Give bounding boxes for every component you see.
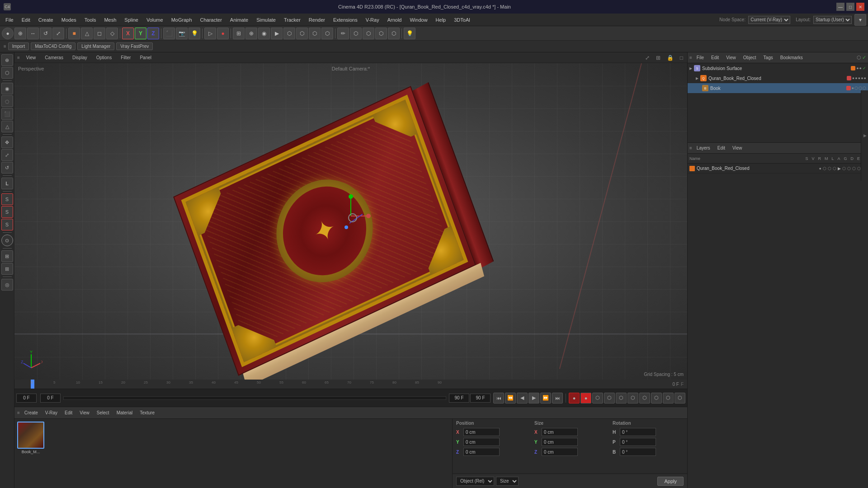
toolbar-rotate-btn[interactable]: ↺ [40,28,52,39]
toolbar-scale-btn[interactable]: ⤢ [52,28,64,39]
go-to-start-btn[interactable]: ⏮ [493,393,504,404]
obj-icon-vis6[interactable]: ● [861,76,863,80]
play-btn[interactable]: ▶ [528,393,539,404]
keyframe-btn[interactable]: ⬡ [592,393,603,404]
prop-input-rot-h[interactable] [620,428,656,436]
prop-input-rot-b[interactable] [620,448,656,456]
menu-spline[interactable]: Spline [121,16,142,24]
sidebar-grid2[interactable]: ⊞ [1,263,13,275]
menu-vray[interactable]: V-Ray [362,16,383,24]
motion3-btn[interactable]: ⬡ [639,393,650,404]
maximize-button[interactable]: □ [846,3,854,11]
prev-frame-btn[interactable]: ⏪ [505,393,516,404]
toolbar-snap[interactable]: ⊕ [245,28,257,39]
sidebar-paint-select[interactable]: ◉ [1,83,13,94]
sidebar-poly-select[interactable]: △ [1,121,13,132]
toolbar-sculpt[interactable]: ⬡ [350,28,362,39]
obj-menu-file[interactable]: File [694,54,707,61]
toolbar-render-active[interactable]: ⬡ [321,28,333,39]
vp-icon-lock[interactable]: 🔒 [667,55,674,61]
timeline-track[interactable] [63,396,446,400]
toolbar-material[interactable]: ◉ [258,28,270,39]
menu-character[interactable]: Character [197,16,226,24]
vray-fastprev-button[interactable]: Vray FastPrev [116,42,153,50]
toolbar-point-mode[interactable]: ◇ [106,28,118,39]
obj-row-quran-book[interactable]: ▶ Q Quran_Book_Red_Closed ● ● ● ● ● [688,73,868,83]
obj-icon-1[interactable]: ⬡ [857,55,861,61]
next-frame-btn[interactable]: ⏩ [540,393,551,404]
menu-help[interactable]: Help [432,16,450,24]
motion4-btn[interactable]: ⬡ [651,393,662,404]
menu-extensions[interactable]: Extensions [330,16,361,24]
obj-row-subdivision[interactable]: ▶ S Subdivision Surface ● ● ✓ [688,63,868,73]
toolbar-z-axis[interactable]: Z [147,28,159,39]
motion-btn[interactable]: ⬡ [604,393,615,404]
toolbar-x-axis[interactable]: X [122,28,134,39]
obj-menu-object[interactable]: Object [741,54,759,61]
menu-create[interactable]: Create [35,16,57,24]
obj-menu-bookmarks[interactable]: Bookmarks [778,54,806,61]
vp-menu-view[interactable]: View [24,54,39,61]
layer-ctrl-2[interactable]: ⬡ [823,166,826,171]
vp-menu-filter[interactable]: Filter [118,54,133,61]
mat-menu-view[interactable]: View [77,409,92,416]
props-dropdown2[interactable]: Size [496,477,519,486]
menu-modes[interactable]: Modes [58,16,80,24]
sidebar-s2[interactable]: S [1,206,13,218]
vp-menu-display[interactable]: Display [70,54,90,61]
layer-menu-edit[interactable]: Edit [715,145,728,151]
sidebar-grid[interactable]: ⊞ [1,250,13,262]
prop-input-pos-y[interactable] [463,438,500,446]
obj-icon-vis3[interactable]: ● [852,76,854,80]
sidebar-s3[interactable]: S [1,219,13,230]
mat-menu-vray[interactable]: V-Ray [42,409,60,416]
mat-menu-select[interactable]: Select [94,409,112,416]
layout-select[interactable]: Startup (User) [813,16,852,24]
toolbar-mode-btn[interactable]: ● [2,28,14,39]
layer-ctrl-3[interactable]: ⬡ [828,166,831,171]
menu-3dtoal[interactable]: 3DToAl [450,16,473,24]
sidebar-select-polygon[interactable]: ⬡ [1,67,13,79]
material-thumb-book[interactable] [17,422,44,449]
obj-icon-vis2[interactable]: ● [859,66,862,70]
obj-icon-vis10[interactable]: ⬡ [859,86,862,90]
prop-input-pos-x[interactable] [463,428,500,436]
prop-input-pos-z[interactable] [463,448,500,456]
vp-menu-cameras[interactable]: Cameras [42,54,66,61]
layer-menu-view[interactable]: View [730,145,745,151]
layer-ctrl-6[interactable]: ⬡ [847,166,851,171]
sidebar-s1[interactable]: S [1,193,13,205]
mat-menu-material[interactable]: Material [114,409,136,416]
sidebar-lasso[interactable]: ◌ [1,95,13,107]
layer-row-quran[interactable]: Quran_Book_Red_Closed ● ⬡ ⬡ ⬡ ▶ ⬡ ⬡ ⬡ ⬡ … [688,164,868,174]
menu-render[interactable]: Render [305,16,329,24]
obj-icon-vis9[interactable]: ⬡ [854,86,858,90]
motion2-btn[interactable]: ⬡ [627,393,638,404]
import-button[interactable]: Import [8,42,29,50]
record-btn[interactable]: ● [569,393,580,404]
obj-icon-vis11[interactable]: ⬡ [863,86,866,90]
layer-ctrl-8[interactable]: ⬡ [857,166,861,171]
sidebar-rotate[interactable]: ↺ [1,162,13,174]
toolbar-paint[interactable]: ✏ [337,28,349,39]
prev-key-btn[interactable]: ⬡ [663,393,674,404]
layer-ctrl-4[interactable]: ⬡ [833,166,836,171]
node-space-select[interactable]: Current (V-Ray) [748,16,790,24]
sidebar-rect-select[interactable]: ⬛ [1,108,13,120]
vp-icon-split[interactable]: ⊞ [656,55,660,61]
obj-dot-orange[interactable] [851,66,855,70]
obj-icon-vis8[interactable]: ● [852,86,854,90]
toolbar-character[interactable]: ⬡ [363,28,374,39]
toolbar-cube[interactable]: ⬛ [163,28,175,39]
vp-icon-full[interactable]: □ [680,55,683,61]
menu-volume[interactable]: Volume [143,16,167,24]
obj-icon-vis4[interactable]: ● [855,76,857,80]
menu-simulate[interactable]: Simulate [253,16,279,24]
toolbar-light[interactable]: 💡 [189,28,200,39]
apply-button[interactable]: Apply [657,477,684,486]
layer-ctrl-7[interactable]: ⬡ [852,166,856,171]
menu-file[interactable]: File [2,16,17,24]
sidebar-ring[interactable]: ◎ [1,279,13,291]
toolbar-grid[interactable]: ⊞ [233,28,245,39]
prop-input-size-x[interactable] [542,428,578,436]
